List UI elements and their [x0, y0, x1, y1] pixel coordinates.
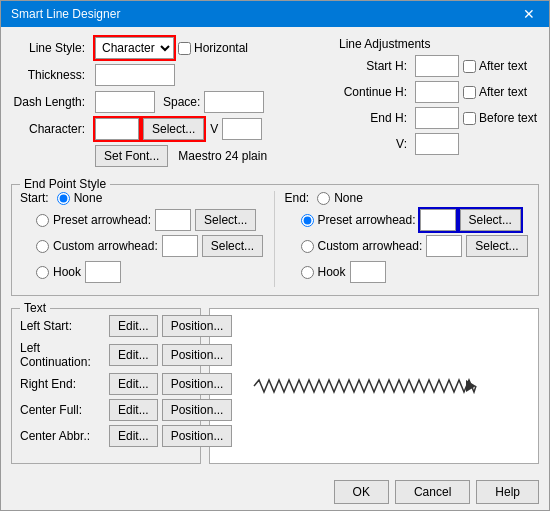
start-hook-row: Hook 0 — [20, 261, 266, 283]
start-preset-input[interactable]: 0 — [155, 209, 191, 231]
start-h-row: Start H: 0 After text — [339, 55, 539, 77]
horizontal-label: Horizontal — [194, 41, 248, 55]
horizontal-checkbox[interactable] — [178, 42, 191, 55]
la-v-row: V: 0 — [339, 133, 539, 155]
title-bar: Smart Line Designer ✕ — [1, 1, 549, 27]
left-continuation-label: Left Continuation: — [20, 341, 105, 369]
start-h-label: Start H: — [339, 59, 411, 73]
start-custom-row: Custom arrowhead: 0 Select... — [20, 235, 266, 257]
help-button[interactable]: Help — [476, 480, 539, 504]
center-abbr-label: Center Abbr.: — [20, 429, 105, 443]
start-none-label: None — [74, 191, 103, 205]
top-row: Line Style: Character Solid Dashed Dotte… — [11, 37, 539, 172]
center-full-edit-button[interactable]: Edit... — [109, 399, 158, 421]
after-text-1-span: After text — [479, 59, 527, 73]
start-none-row: Start: None — [20, 191, 266, 205]
ok-button[interactable]: OK — [334, 480, 389, 504]
space-label: Space: — [163, 95, 200, 109]
footer: OK Cancel Help — [1, 474, 549, 510]
thickness-input[interactable]: 0,01585 — [95, 64, 175, 86]
center-abbr-edit-button[interactable]: Edit... — [109, 425, 158, 447]
right-end-edit-button[interactable]: Edit... — [109, 373, 158, 395]
after-text-2-checkbox[interactable] — [463, 86, 476, 99]
after-text-1-checkbox[interactable] — [463, 60, 476, 73]
dash-length-row: Dash Length: 0,15875 Space: 0,15875 — [11, 91, 323, 113]
end-h-input[interactable]: 0 — [415, 107, 459, 129]
center-full-label: Center Full: — [20, 403, 105, 417]
dialog-body: Line Style: Character Solid Dashed Dotte… — [1, 27, 549, 474]
after-text-2-span: After text — [479, 85, 527, 99]
right-end-position-button[interactable]: Position... — [162, 373, 233, 395]
end-none-label: None — [334, 191, 363, 205]
endpoint-style-title: End Point Style — [20, 177, 110, 191]
start-preset-row: Preset arrowhead: 0 Select... — [20, 209, 266, 231]
left-start-row: Left Start: Edit... Position... — [20, 315, 192, 337]
character-label: Character: — [11, 122, 91, 136]
la-v-label: V: — [339, 137, 411, 151]
end-h-label: End H: — [339, 111, 411, 125]
end-label: End: — [285, 191, 310, 205]
end-none-row: End: None — [285, 191, 531, 205]
after-text-2-label[interactable]: After text — [463, 85, 527, 99]
character-row: Character: ~ Select... V -88 — [11, 118, 323, 140]
center-abbr-row: Center Abbr.: Edit... Position... — [20, 425, 192, 447]
end-preset-input[interactable]: 4 — [420, 209, 456, 231]
start-hook-input[interactable]: 0 — [85, 261, 121, 283]
ep-start: Start: None Preset arrowhead: 0 Select..… — [20, 191, 275, 287]
end-preset-select-button[interactable]: Select... — [460, 209, 521, 231]
after-text-1-label[interactable]: After text — [463, 59, 527, 73]
right-end-label: Right End: — [20, 377, 105, 391]
left-panel: Line Style: Character Solid Dashed Dotte… — [11, 37, 323, 172]
smart-line-designer-dialog: Smart Line Designer ✕ Line Style: Charac… — [0, 0, 550, 511]
start-hook-radio[interactable] — [36, 266, 49, 279]
start-preset-label: Preset arrowhead: — [53, 213, 151, 227]
end-custom-input[interactable]: 0 — [426, 235, 462, 257]
left-start-edit-button[interactable]: Edit... — [109, 315, 158, 337]
start-custom-select-button[interactable]: Select... — [202, 235, 263, 257]
cancel-button[interactable]: Cancel — [395, 480, 470, 504]
end-custom-row: Custom arrowhead: 0 Select... — [285, 235, 531, 257]
start-custom-label: Custom arrowhead: — [53, 239, 158, 253]
end-hook-input[interactable]: 0 — [350, 261, 386, 283]
left-continuation-position-button[interactable]: Position... — [162, 344, 233, 366]
line-style-select[interactable]: Character Solid Dashed Dotted — [95, 37, 174, 59]
close-button[interactable]: ✕ — [519, 7, 539, 21]
center-full-row: Center Full: Edit... Position... — [20, 399, 192, 421]
left-continuation-edit-button[interactable]: Edit... — [109, 344, 158, 366]
set-font-row: Set Font... Maestro 24 plain — [11, 145, 323, 167]
start-h-input[interactable]: 0 — [415, 55, 459, 77]
end-custom-radio[interactable] — [301, 240, 314, 253]
start-custom-radio[interactable] — [36, 240, 49, 253]
v-label: V — [210, 122, 218, 136]
center-abbr-position-button[interactable]: Position... — [162, 425, 233, 447]
space-input[interactable]: 0,15875 — [204, 91, 264, 113]
character-select-button[interactable]: Select... — [143, 118, 204, 140]
end-custom-select-button[interactable]: Select... — [466, 235, 527, 257]
left-continuation-row: Left Continuation: Edit... Position... — [20, 341, 192, 369]
before-text-span: Before text — [479, 111, 537, 125]
end-preset-radio[interactable] — [301, 214, 314, 227]
continue-h-row: Continue H: 0 After text — [339, 81, 539, 103]
start-custom-input[interactable]: 0 — [162, 235, 198, 257]
horizontal-checkbox-label[interactable]: Horizontal — [178, 41, 248, 55]
character-input[interactable]: ~ — [95, 118, 139, 140]
text-section-title: Text — [20, 301, 50, 315]
start-label: Start: — [20, 191, 49, 205]
set-font-button[interactable]: Set Font... — [95, 145, 168, 167]
start-none-radio[interactable] — [57, 192, 70, 205]
v-input[interactable]: -88 — [222, 118, 262, 140]
end-none-radio[interactable] — [317, 192, 330, 205]
continue-h-label: Continue H: — [339, 85, 411, 99]
center-full-position-button[interactable]: Position... — [162, 399, 233, 421]
before-text-label[interactable]: Before text — [463, 111, 537, 125]
start-preset-radio[interactable] — [36, 214, 49, 227]
before-text-checkbox[interactable] — [463, 112, 476, 125]
line-preview-svg — [244, 366, 504, 406]
left-start-position-button[interactable]: Position... — [162, 315, 233, 337]
end-preset-label: Preset arrowhead: — [318, 213, 416, 227]
end-hook-radio[interactable] — [301, 266, 314, 279]
continue-h-input[interactable]: 0 — [415, 81, 459, 103]
start-preset-select-button[interactable]: Select... — [195, 209, 256, 231]
dash-length-input[interactable]: 0,15875 — [95, 91, 155, 113]
la-v-input[interactable]: 0 — [415, 133, 459, 155]
